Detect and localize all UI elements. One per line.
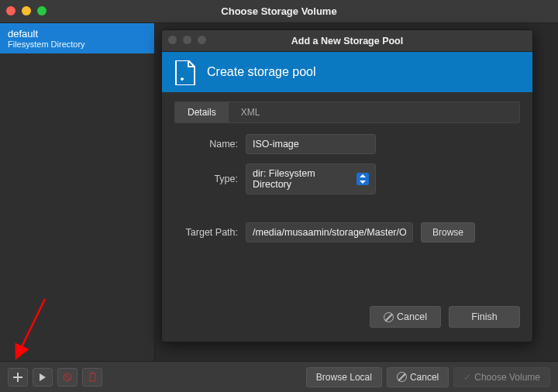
sidebar-item-default[interactable]: default Filesystem Directory (0, 23, 154, 53)
delete-pool-button[interactable] (82, 368, 102, 387)
row-type: Type: dir: Filesystem Directory (174, 163, 520, 194)
type-select[interactable]: dir: Filesystem Directory (246, 163, 376, 194)
cancel-icon (397, 372, 407, 382)
window-footer: Browse Local Cancel ✓ Choose Volume (0, 361, 558, 392)
target-path-label: Target Path: (174, 227, 238, 238)
maximize-window-icon[interactable] (37, 6, 46, 15)
close-window-icon[interactable] (6, 6, 16, 15)
play-icon (39, 373, 46, 381)
cancel-icon (384, 312, 394, 322)
stop-icon (63, 373, 72, 382)
dialog-minimize-icon[interactable] (183, 36, 191, 44)
minimize-window-icon[interactable] (22, 6, 31, 15)
check-icon: ✓ (463, 372, 471, 383)
dialog-tabs: Details XML (174, 101, 520, 123)
cancel-button[interactable]: Cancel (387, 367, 449, 387)
choose-volume-button: ✓ Choose Volume (453, 367, 550, 387)
dialog-body: Details XML Name: Type: dir: Filesystem … (162, 92, 532, 295)
dialog-banner: Create storage pool (162, 52, 532, 92)
name-label: Name: (174, 139, 238, 150)
dialog-close-icon[interactable] (168, 36, 177, 44)
window-traffic-lights (6, 6, 46, 15)
dialog-title: Add a New Storage Pool (291, 36, 403, 46)
dialog-finish-label: Finish (471, 311, 497, 322)
type-value: dir: Filesystem Directory (253, 168, 356, 190)
row-name: Name: (174, 134, 520, 154)
chevron-updown-icon (356, 173, 369, 185)
sidebar-item-name: default (8, 28, 146, 40)
target-path-input[interactable] (246, 222, 413, 242)
storage-pool-sidebar: default Filesystem Directory (0, 23, 155, 361)
row-target-path: Target Path: Browse (174, 222, 520, 242)
browse-local-button[interactable]: Browse Local (306, 367, 382, 387)
dialog-banner-title: Create storage pool (207, 65, 316, 79)
stop-pool-button[interactable] (57, 368, 78, 387)
type-label: Type: (174, 174, 238, 184)
document-plus-icon (174, 60, 196, 84)
dialog-cancel-button[interactable]: Cancel (370, 306, 441, 328)
browse-button[interactable]: Browse (421, 222, 475, 242)
dialog-titlebar: Add a New Storage Pool (162, 30, 532, 52)
trash-icon (88, 372, 97, 382)
dialog-maximize-icon[interactable] (198, 36, 206, 44)
dialog-traffic-lights (168, 36, 206, 44)
browse-local-label: Browse Local (316, 372, 372, 383)
cancel-label: Cancel (410, 372, 439, 383)
sidebar-item-sub: Filesystem Directory (8, 40, 146, 49)
tab-xml[interactable]: XML (229, 102, 273, 122)
tab-details[interactable]: Details (175, 102, 229, 122)
add-pool-button[interactable] (8, 368, 28, 387)
dialog-footer: Cancel Finish (162, 295, 532, 342)
pool-form: Name: Type: dir: Filesystem Directory Ta… (174, 134, 520, 242)
name-input[interactable] (246, 134, 376, 154)
choose-volume-label: Choose Volume (474, 372, 540, 383)
dialog-cancel-label: Cancel (397, 311, 427, 322)
start-pool-button[interactable] (33, 368, 53, 387)
window-title: Choose Storage Volume (221, 5, 336, 17)
window-titlebar: Choose Storage Volume (0, 0, 558, 23)
dialog-finish-button[interactable]: Finish (449, 306, 520, 328)
add-storage-pool-dialog: Add a New Storage Pool Create storage po… (161, 29, 533, 342)
plus-icon (13, 373, 22, 382)
